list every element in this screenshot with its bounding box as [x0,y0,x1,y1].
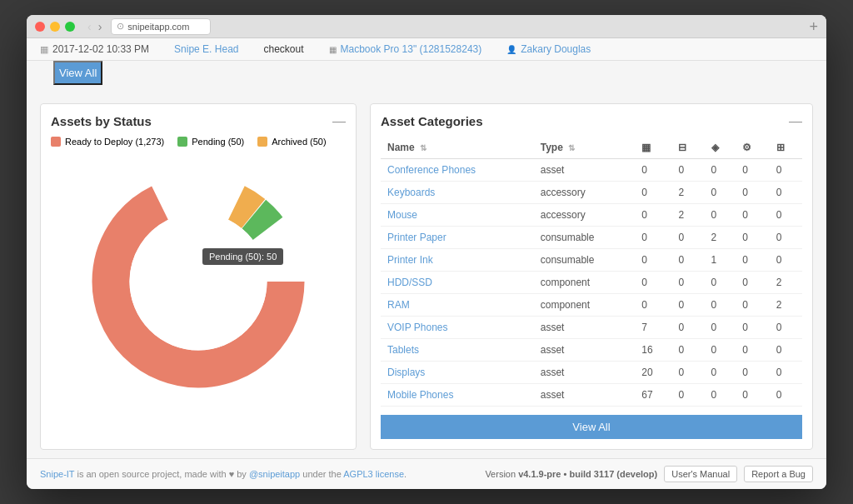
category-name-link[interactable]: Tablets [387,344,419,356]
category-c5: 0 [705,272,736,294]
col-type: Type ⇅ [534,137,636,159]
notif-action-text: checkout [263,43,303,55]
donut-chart: Pending (50): 50 [73,157,323,407]
category-c3: 20 [635,362,671,384]
footer-left: Snipe-IT is an open source project, made… [40,469,407,479]
legend-ready: Ready to Deploy (1,273) [51,137,164,147]
table-row: Displays asset 20 0 0 0 0 [381,362,802,384]
col-name: Name ⇅ [381,137,534,159]
notif-asset: ▦ Macbook Pro 13" (1281528243) [329,43,482,55]
category-c4: 0 [671,384,704,407]
category-c5: 0 [705,362,736,384]
assets-panel-header: Assets by Status — [51,114,346,128]
close-button[interactable] [35,22,45,32]
category-c3: 67 [635,384,671,407]
category-c6: 0 [736,182,770,204]
category-c5: 0 [705,384,736,407]
donut-svg [73,157,323,407]
footer: Snipe-IT is an open source project, made… [27,458,826,489]
category-c7: 2 [770,294,802,317]
category-name-link[interactable]: Displays [387,367,425,378]
notif-user-link[interactable]: Snipe E. Head [174,43,238,55]
category-c7: 2 [770,272,802,294]
license-link[interactable]: AGPL3 license [343,469,404,479]
col-icon2: ⊟ [671,137,704,159]
category-c6: 0 [736,227,770,249]
table-row: Keyboards accessory 0 2 0 0 0 [381,182,802,204]
category-c4: 0 [671,272,704,294]
assets-icon: ▦ [641,142,651,153]
legend-ready-dot [51,137,61,147]
category-type: component [534,294,636,317]
category-c4: 0 [671,362,704,384]
category-c3: 0 [635,182,671,204]
url-bar[interactable]: ⊙ snipeitapp.com [111,18,211,35]
category-name-link[interactable]: HDD/SSD [387,277,432,288]
category-name-link[interactable]: Mouse [387,209,417,221]
grid-icon: ▦ [40,44,48,55]
minimize-button[interactable] [50,22,60,32]
type-sort-icon[interactable]: ⇅ [568,143,575,152]
chart-legend: Ready to Deploy (1,273) Pending (50) Arc… [51,137,346,147]
forward-button[interactable]: › [96,20,105,33]
category-name-link[interactable]: RAM [387,299,410,311]
table-row: Printer Paper consumable 0 0 2 0 0 [381,227,802,249]
category-name-link[interactable]: Mobile Phones [387,389,453,401]
category-c5: 0 [705,204,736,227]
table-row: VOIP Phones asset 7 0 0 0 0 [381,317,802,339]
assets-panel-minimize[interactable]: — [332,115,346,128]
category-c6: 0 [736,339,770,362]
category-c4: 0 [671,294,704,317]
category-c4: 0 [671,249,704,272]
category-c6: 0 [736,204,770,227]
bug-button[interactable]: Report a Bug [744,466,813,482]
snipeit-link[interactable]: Snipe-IT [40,469,74,479]
notif-timestamp: ▦ 2017-12-02 10:33 PM [40,43,149,55]
category-c5: 0 [705,317,736,339]
category-c6: 0 [736,317,770,339]
name-sort-icon[interactable]: ⇅ [420,143,426,152]
legend-archived-label: Archived (50) [272,137,326,147]
category-name-link[interactable]: VOIP Phones [387,322,448,333]
app-window: ‹ › ⊙ snipeitapp.com + ▦ 2017-12-02 10:3… [27,15,826,489]
category-type: accessory [534,182,636,204]
notif-asset-link[interactable]: Macbook Pro 13" (1281528243) [341,43,482,55]
back-button[interactable]: ‹ [85,20,94,33]
footer-text-4: . [404,469,407,479]
col-icon1: ▦ [635,137,671,159]
maximize-button[interactable] [65,22,75,32]
view-all-categories-button[interactable]: View All [381,415,802,439]
category-type: consumable [534,249,636,272]
category-c5: 0 [705,159,736,182]
manual-button[interactable]: User's Manual [664,466,737,482]
categories-panel-header: Asset Categories — [381,114,802,128]
components-icon: ⚙ [742,142,751,153]
legend-ready-label: Ready to Deploy (1,273) [65,137,164,147]
twitter-link[interactable]: @snipeitapp [249,469,300,479]
table-row: Mouse accessory 0 2 0 0 0 [381,204,802,227]
category-c7: 0 [770,317,802,339]
legend-pending-label: Pending (50) [192,137,244,147]
category-c7: 0 [770,182,802,204]
category-c7: 0 [770,159,802,182]
category-c7: 0 [770,362,802,384]
view-all-notification-button[interactable]: View All [53,61,102,85]
categories-panel-minimize[interactable]: — [789,115,802,128]
category-c6: 0 [736,272,770,294]
category-name-link[interactable]: Printer Paper [387,232,446,243]
category-c3: 16 [635,339,671,362]
category-name-link[interactable]: Conference Phones [387,164,476,176]
category-c3: 0 [635,249,671,272]
table-row: Conference Phones asset 0 0 0 0 0 [381,159,802,182]
titlebar: ‹ › ⊙ snipeitapp.com + [27,15,826,38]
col-icon4: ⚙ [736,137,770,159]
notif-person-link[interactable]: Zakary Douglas [521,43,591,55]
donut-hole [130,213,267,351]
assets-panel-title: Assets by Status [51,114,152,128]
category-type: asset [534,362,636,384]
category-name-link[interactable]: Printer Ink [387,254,433,266]
notif-person: 👤 Zakary Douglas [506,43,591,55]
main-content: Assets by Status — Ready to Deploy (1,27… [27,103,826,458]
category-name-link[interactable]: Keyboards [387,187,435,198]
new-tab-button[interactable]: + [809,19,818,34]
